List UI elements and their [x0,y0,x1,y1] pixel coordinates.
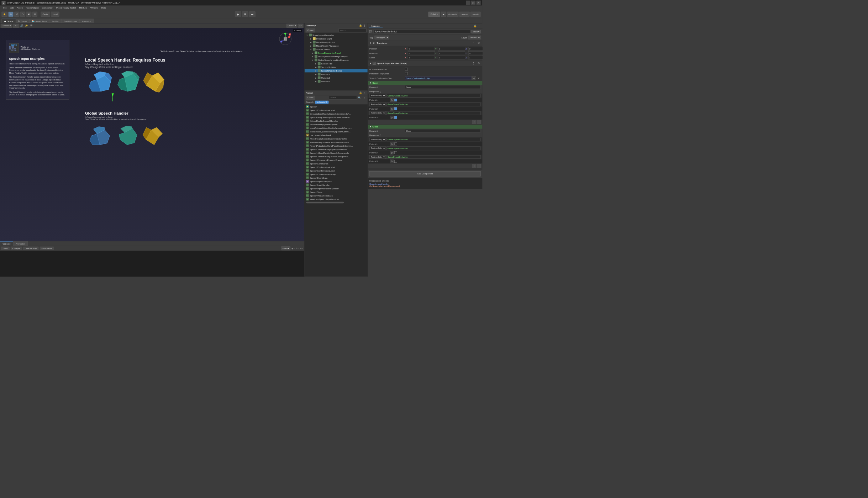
search-icon[interactable]: 🔍 [358,96,362,100]
pos-x-input[interactable] [408,47,435,51]
pos-y-input[interactable] [438,47,465,51]
speech-script-btn[interactable]: ⚙ [477,61,481,65]
close-method-2[interactable] [386,146,480,150]
menu-edit[interactable]: Edit [8,6,15,10]
hierarchy-item-globalspeech[interactable]: ▼ GlobalSpeechHandlingExample [305,58,368,62]
hierarchy-search[interactable] [338,28,366,32]
project-item-mixedspeechprofile[interactable]: C# MixedRealitySpeechCommandsProfile [305,137,368,140]
project-item-speecheventdata[interactable]: C# SpeechEventData [305,176,368,179]
fx-button[interactable]: ✨ [25,23,28,27]
project-item-imixedspeech[interactable]: C# IMixedRealitySpeechHandler [305,119,368,122]
close-button[interactable]: ✕ [476,1,480,5]
project-item-speech-toolkit[interactable]: C# Speech.MixedRealityToolkitConfigurati… [305,154,368,158]
layers-button[interactable]: Layers ▾ [459,12,470,17]
project-item-inputactions[interactable]: C# InputActions.MixedRealitySpeeechComm.… [305,126,368,130]
rotate-tool[interactable]: ↺ [14,12,19,17]
shaded-dropdown[interactable]: Shaded ▾ [1,23,12,27]
hierarchy-item-sectionsubtitle[interactable]: ▶ SectionSubtitle [305,65,368,69]
project-item-windowsspeechinput[interactable]: C# WindowsSpeechInputProvider [305,197,368,201]
speech-enable-checkbox[interactable]: ✓ [373,62,375,65]
minimize-button[interactable]: ─ [466,1,470,5]
focus-required-checkbox[interactable] [405,68,408,70]
speech-tooltip-field[interactable] [405,76,472,80]
scene-menu-button[interactable]: ☰ [29,23,33,27]
project-item-speechconfirm1[interactable]: C# SpeechConfirmationLabel [305,165,368,169]
tab-console[interactable]: Console [0,241,13,246]
project-item-speechcommands[interactable]: C# SpeechCommands [305,162,368,165]
tab-game[interactable]: ▶ Game [16,19,30,23]
hand-tool[interactable]: ✋ [1,12,7,17]
space-mode-button[interactable]: Local [51,12,59,17]
speech-tooltip-select-btn[interactable]: ◎ [472,76,476,80]
close-method-1[interactable] [386,138,480,141]
open-checked-2[interactable] [394,107,397,110]
transform-tool[interactable]: ⊞ [32,12,37,17]
close-section-header[interactable]: ▼ Close [368,125,482,129]
pos-z-input[interactable] [468,47,482,51]
clear-button[interactable]: Clear [1,247,9,250]
pivot-mode-button[interactable]: Center [41,12,50,17]
step-button[interactable]: ⏭ [249,11,256,17]
close-runtime-2[interactable]: Runtime Only [369,146,386,150]
project-item-speechvisualfeedback[interactable]: C# SpeechVisualFeedback [305,194,368,197]
transform-context[interactable]: ⚙ [477,41,481,45]
rot-z-input[interactable] [468,51,482,55]
project-item-confirmationlabel[interactable]: C# SpeechConfirmationLabel [305,108,368,112]
account-button[interactable]: Account ▾ [447,12,458,17]
close-keyword-input[interactable] [405,129,481,132]
tab-build-window[interactable]: Build Window [61,19,79,23]
hierarchy-item-scenecontent[interactable]: ▼ SceneContent [305,47,368,51]
transform-header[interactable]: ▼ ⊕ Transform ⋮ ⚙ [368,40,482,46]
project-item-defaultmixed[interactable]: C# DefaultMixedRealitySpeechCommandsP... [305,112,368,115]
2d-button[interactable]: 2D [13,23,19,27]
open-obj-target-2[interactable]: ◎ [390,107,394,110]
open-obj-target-3[interactable]: ◎ [390,115,394,119]
project-item-speech-input-profile[interactable]: C# Speech.MixedRealityInputSystemProfi..… [305,147,368,151]
open-method-1[interactable] [386,94,480,97]
menu-msbuild[interactable]: MSBuild [78,6,89,10]
tab-scene[interactable]: ⛰ Scene [1,19,16,23]
scale-y-input[interactable] [438,56,465,59]
pause-button[interactable]: ⏸ [242,11,248,17]
project-item-speechconfirm2[interactable]: C# SpeechConfirmationLabel [305,169,368,172]
close-unchecked-2[interactable] [394,151,397,154]
move-tool[interactable]: ⊕ [8,12,13,17]
project-item-mixedspeechprofilein[interactable]: C# MixedRealitySpeechCommandsProfileIn..… [305,140,368,144]
hierarchy-item-platonic1[interactable]: ▶ Platonic1 [305,72,368,76]
error-pause-button[interactable]: Error Pause [40,247,54,250]
inspector-tab[interactable]: Inspector [369,24,383,28]
close-obj-target-1[interactable]: ◎ [390,142,394,146]
object-name-field[interactable] [373,30,470,33]
project-item-record[interactable]: C# RecordArticulatedHandPoseSpeechComm..… [305,144,368,147]
close-obj-target-2[interactable]: ◎ [390,151,394,154]
rect-tool[interactable]: ▣ [26,12,31,17]
hierarchy-lock-icon[interactable]: 🔒 [358,23,362,27]
rot-y-input[interactable] [438,51,465,55]
tab-asset-store[interactable]: 🏪 Asset Store [30,19,49,23]
inspector-lock[interactable]: 🔒 [473,24,477,28]
open-checked-1[interactable] [394,99,397,101]
clear-on-play-button[interactable]: Clear on Play [23,247,38,250]
scale-x-input[interactable] [408,56,435,59]
hierarchy-item-mixedrealityplayspace[interactable]: ▶ MixedRealityPlayspace [305,44,368,47]
persistent-keywords-checkbox[interactable] [405,72,408,75]
project-search[interactable] [329,96,357,99]
transform-options[interactable]: ⋮ [472,41,475,45]
speech-handler-header[interactable]: ▼ ✓ Speech Input Handler (Script) ⋮ ⚙ [368,61,482,66]
open-keyword-input[interactable] [405,85,481,89]
collab-button[interactable]: Collab ▾ [428,12,440,17]
project-item-speechinputexamples[interactable]: ⛰ SpeechInputExamples [305,179,368,183]
close-runtime-1[interactable]: Runtime Only [369,138,386,141]
project-item-speech-property[interactable]: C# SpeechCommandPropertyDrawer [305,158,368,162]
close-obj-target-3[interactable]: ◎ [390,159,394,163]
create-button[interactable]: Create [306,28,315,32]
play-button[interactable]: ▶ [235,11,241,17]
open-add-btn[interactable]: + [472,120,476,124]
hierarchy-item-platonic3[interactable]: ▶ Platonic3 [305,79,368,83]
open-runtime-1[interactable]: Runtime Only [369,94,386,97]
layer-dropdown[interactable]: Default [468,35,480,39]
close-runtime-3[interactable]: Runtime Only [369,155,386,159]
open-checked-3[interactable] [394,116,397,119]
project-item-interactable[interactable]: C# Interactable_MixedRealitySpeechComm..… [305,130,368,133]
open-method-2[interactable] [386,103,480,106]
